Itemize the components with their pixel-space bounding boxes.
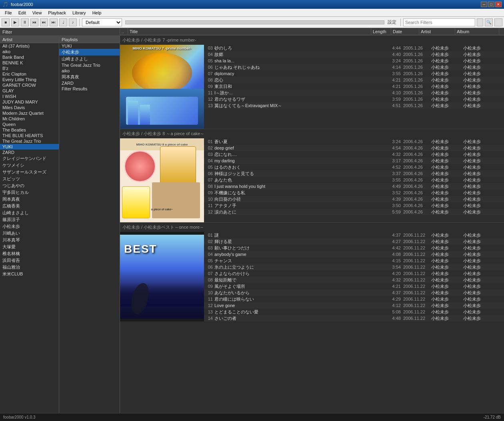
artist-item[interactable]: 川嶋あい (0, 230, 59, 237)
col-artist[interactable]: Artist (419, 28, 455, 35)
artist-item[interactable]: Eric Clapton (0, 71, 59, 77)
search-button[interactable]: 🔍 (485, 18, 493, 26)
track-row[interactable]: 05 はるのきおく 4:52 2006.4.26 小松未歩 小松未歩 (204, 164, 504, 170)
track-row[interactable]: 08 恋心 4:21 2005.1.26 小松未歩 小松未歩 (204, 77, 504, 83)
col-dots[interactable]: .. (120, 28, 128, 35)
track-row[interactable]: 11 君の瞳には映らない 4:29 2006.11.22 小松未歩 小松未歩 (204, 296, 504, 302)
artist-item[interactable]: The Beatles (0, 127, 59, 133)
track-row[interactable]: 06 神様はジッと見てる 3:37 2006.4.26 小松未歩 小松未歩 (204, 170, 504, 177)
music-button[interactable]: ♪ (69, 18, 77, 26)
track-row[interactable]: 03 願い事ひとつだけ 4:42 2006.11.22 小松未歩 小松未歩 (204, 245, 504, 251)
menu-file[interactable]: File (2, 10, 15, 16)
progress-bar[interactable] (125, 20, 384, 24)
artist-item[interactable]: I WiSH (0, 94, 59, 99)
artist-item[interactable]: YUKI (0, 144, 59, 150)
track-row[interactable]: 06 じゃあね それじゃあね 4:14 2005.1.26 小松未歩 小松未歩 (204, 64, 504, 70)
track-row[interactable]: 12 Love gone 4:12 2006.11.22 小松未歩 小松未歩 (204, 302, 504, 309)
artist-item[interactable]: Bank Band (0, 54, 59, 60)
artist-item[interactable]: 篠原涼子 (0, 216, 59, 223)
menu-playback[interactable]: Playback (45, 10, 69, 16)
artist-item[interactable]: 椎名林檎 (0, 250, 59, 257)
pause-button[interactable]: ⏸ (21, 18, 29, 26)
artist-item[interactable]: BENNIE K (0, 60, 59, 66)
prev-button[interactable]: ⏮ (30, 18, 38, 26)
track-row[interactable]: 01 蒼い夏 3:24 2006.4.26 小松未歩 小松未歩 (204, 138, 504, 145)
artist-item[interactable]: サザンオールスターズ (0, 169, 59, 176)
playlist-item[interactable]: YUKI (59, 43, 120, 49)
track-row[interactable]: 12 涙のあとに 5:59 2006.4.26 小松未歩 小松未歩 (204, 209, 504, 215)
menu-view[interactable]: View (29, 10, 45, 16)
next2-button[interactable]: ⏭ (50, 18, 58, 26)
artist-item[interactable]: 山崎まさよし (0, 210, 59, 216)
artist-item[interactable]: 大塚愛 (0, 243, 59, 250)
track-row[interactable]: 04 my darling 3:17 2006.4.26 小松未歩 小松未歩 (204, 158, 504, 164)
playlist-item[interactable]: 小松未歩 (59, 49, 120, 56)
track-row[interactable]: 13 翼はなくても～Extravagant MIX～ 4:51 2005.1.2… (204, 102, 504, 109)
track-row[interactable]: 04 anybody's game 4:08 2006.11.22 小松未歩 小… (204, 251, 504, 257)
play-button[interactable]: ▶ (11, 18, 19, 26)
artist-item[interactable]: 岡本真夜 (0, 196, 59, 203)
track-row[interactable]: 10 あなたがいるから 4:37 2006.11.22 小松未歩 小松未歩 (204, 289, 504, 296)
col-date[interactable]: Date (391, 28, 419, 35)
col-album[interactable]: Album (455, 28, 499, 35)
artist-item[interactable]: Queen (0, 122, 59, 127)
artist-item[interactable]: ZARD (0, 150, 59, 155)
artist-item[interactable]: aiko (0, 49, 59, 54)
playlist-item[interactable]: aiko (59, 68, 120, 74)
artist-item[interactable]: JUDY AND MARY (0, 99, 59, 105)
artist-item[interactable]: Miles Davis (0, 105, 59, 110)
artist-item[interactable]: All (37 Artists) (0, 43, 59, 49)
artist-item[interactable]: 米米CLUB (0, 271, 59, 277)
track-row[interactable]: 08 最短距離で 4:32 2006.11.22 小松未歩 小松未歩 (204, 277, 504, 283)
playlist-selector[interactable]: Default (82, 18, 122, 26)
artist-item[interactable]: 広橋香美 (0, 203, 59, 210)
maximize-button[interactable]: □ (488, 2, 494, 7)
menu-library[interactable]: Library (69, 10, 89, 16)
artist-item[interactable]: THE BLUE HEARTS (0, 133, 59, 138)
minimize-button[interactable]: ─ (481, 2, 487, 7)
track-scroll-area[interactable]: 小松未歩 / 小松未歩 7 -prime number- MIHO KOMATS… (120, 35, 504, 413)
track-row[interactable]: 14 さいごの者 4:48 2006.11.22 小松未歩 小松未歩 (204, 315, 504, 321)
playlist-list[interactable]: YUKI小松未歩山崎まさよしThe Great Jazz Trioaiko岡本真… (59, 43, 120, 413)
stop-button[interactable]: ■ (2, 18, 10, 26)
next-button[interactable]: ⏭ (40, 18, 48, 26)
search-dropdown-button[interactable]: ▼ (477, 18, 483, 26)
artist-item[interactable]: Every Little Thing (0, 77, 59, 82)
artist-item[interactable]: ケツメイシ (0, 162, 59, 169)
playlist-item[interactable]: The Great Jazz Trio (59, 62, 120, 68)
playlist-item[interactable]: Filter Results (59, 86, 120, 92)
artist-item[interactable]: B'z (0, 66, 59, 71)
track-row[interactable]: 02 輝ける星 4:27 2006.11.22 小松未歩 小松未歩 (204, 238, 504, 245)
track-row[interactable]: 03 恋になれ.... 4:32 2006.4.26 小松未歩 小松未歩 (204, 151, 504, 158)
artist-item[interactable]: GARNET CROW (0, 82, 59, 88)
track-row[interactable]: 05 sha la la... 3:24 2005.1.26 小松未歩 小松未歩 (204, 58, 504, 64)
playlist-item[interactable]: ZARD (59, 80, 120, 86)
artist-list[interactable]: All (37 Artists)aikoBank BandBENNIE KB'z… (0, 43, 59, 413)
track-row[interactable]: 07 さよならのかけら 4:20 2006.11.22 小松未歩 小松未歩 (204, 270, 504, 277)
track-row[interactable]: 09 東京日和 4:21 2005.1.26 小松未歩 小松未歩 (204, 83, 504, 90)
artist-item[interactable]: Modern Jazz Quartet (0, 110, 59, 116)
note-button[interactable]: ♩ (59, 18, 67, 26)
artist-item[interactable]: GLAY (0, 88, 59, 94)
track-row[interactable]: 06 氷の上に立つように 3:54 2006.11.22 小松未歩 小松未歩 (204, 264, 504, 270)
artist-item[interactable]: 福山雅治 (0, 264, 59, 271)
artist-item[interactable]: The Great Jazz Trio (0, 138, 59, 144)
playlist-item[interactable]: 山崎まさよし (59, 56, 120, 62)
menu-edit[interactable]: Edit (15, 10, 29, 16)
track-row[interactable]: 13 とどまることのない愛 5:08 2006.11.22 小松未歩 小松未歩 (204, 309, 504, 315)
close-button[interactable]: ✕ (495, 2, 502, 7)
track-row[interactable]: 10 向日葵の小径 4:39 2006.4.26 小松未歩 小松未歩 (204, 196, 504, 202)
playlist-item[interactable]: 岡本真夜 (59, 74, 120, 80)
artist-item[interactable]: 小松未歩 (0, 223, 59, 230)
track-row[interactable]: 07 diplomacy 3:55 2005.1.26 小松未歩 小松未歩 (204, 70, 504, 77)
track-row[interactable]: 02 deep grief 4:54 2006.4.26 小松未歩 小松未歩 (204, 145, 504, 151)
artist-item[interactable]: 浜田省吾 (0, 257, 59, 264)
artist-item[interactable]: つじあやの (0, 182, 59, 189)
search-input[interactable] (403, 18, 475, 26)
menu-help[interactable]: Help (89, 10, 105, 16)
artist-item[interactable]: 川本真琴 (0, 237, 59, 243)
search-options-button[interactable]: ☰ (494, 18, 502, 26)
track-row[interactable]: 09 不機嫌になる私 3:52 2006.4.26 小松未歩 小松未歩 (204, 190, 504, 196)
col-title[interactable]: Title (128, 28, 371, 35)
artist-item[interactable]: Mr.Children (0, 116, 59, 122)
